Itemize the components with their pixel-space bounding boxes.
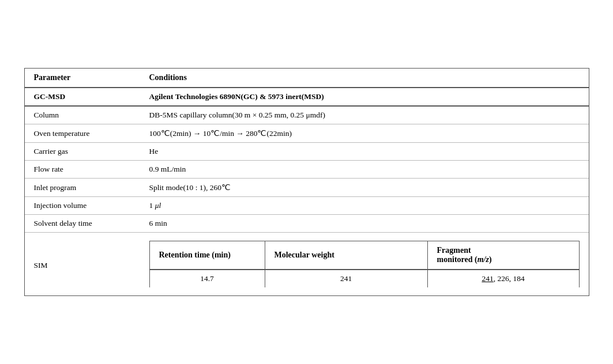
sim-col2-header: Molecular weight: [265, 241, 427, 270]
row-param: Carrier gas: [25, 143, 140, 161]
sim-nested-table: Retention time (min) Molecular weight Fr…: [149, 241, 580, 287]
sim-nested-cell: Retention time (min) Molecular weight Fr…: [140, 233, 589, 296]
row-value: 0.9 mL/min: [140, 161, 589, 179]
table-row: Oven temperature 100℃(2min) → 10℃/min → …: [25, 124, 589, 143]
sim-label: SIM: [25, 233, 140, 296]
row-value: DB-5MS capillary column(30 m × 0.25 mm, …: [140, 106, 589, 124]
row-value: Split mode(10 : 1), 260℃: [140, 179, 589, 197]
sim-col3-header: Fragment monitored (m/z): [427, 241, 579, 270]
row-param: Injection volume: [25, 197, 140, 215]
row-param: Inlet program: [25, 179, 140, 197]
table-row: Column DB-5MS capillary column(30 m × 0.…: [25, 106, 589, 124]
row-param: Column: [25, 106, 140, 124]
row-param: Flow rate: [25, 161, 140, 179]
header-param: Parameter: [25, 69, 140, 88]
table-row: Solvent delay time 6 min: [25, 215, 589, 233]
row-param: Solvent delay time: [25, 215, 140, 233]
row-param: Oven temperature: [25, 124, 140, 143]
gcmsd-label: GC-MSD: [25, 88, 140, 106]
main-container: Parameter Conditions GC-MSD Agilent Tech…: [24, 68, 589, 296]
gcmsd-row: GC-MSD Agilent Technologies 6890N(GC) & …: [25, 88, 589, 106]
table-row: Carrier gas He: [25, 143, 589, 161]
sim-data-row: 14.7 241 241, 226, 184: [149, 270, 579, 287]
gcmsd-value: Agilent Technologies 6890N(GC) & 5973 in…: [140, 88, 589, 106]
sim-col1-header: Retention time (min): [149, 241, 265, 270]
sim-fragment: 241, 226, 184: [427, 270, 579, 287]
sim-molecular-weight: 241: [265, 270, 427, 287]
header-conditions: Conditions: [140, 69, 589, 88]
row-value: He: [140, 143, 589, 161]
table-row: Flow rate 0.9 mL/min: [25, 161, 589, 179]
row-value: 1 μl: [140, 197, 589, 215]
sim-row: SIM Retention time (min) Molecular weigh…: [25, 233, 589, 296]
sim-retention-time: 14.7: [149, 270, 265, 287]
table-row: Injection volume 1 μl: [25, 197, 589, 215]
parameter-table: Parameter Conditions GC-MSD Agilent Tech…: [25, 69, 589, 295]
sim-fragment-underline: 241: [482, 274, 493, 283]
sim-fragment-rest: , 226, 184: [494, 274, 525, 283]
row-value: 6 min: [140, 215, 589, 233]
table-row: Inlet program Split mode(10 : 1), 260℃: [25, 179, 589, 197]
row-value: 100℃(2min) → 10℃/min → 280℃(22min): [140, 124, 589, 143]
